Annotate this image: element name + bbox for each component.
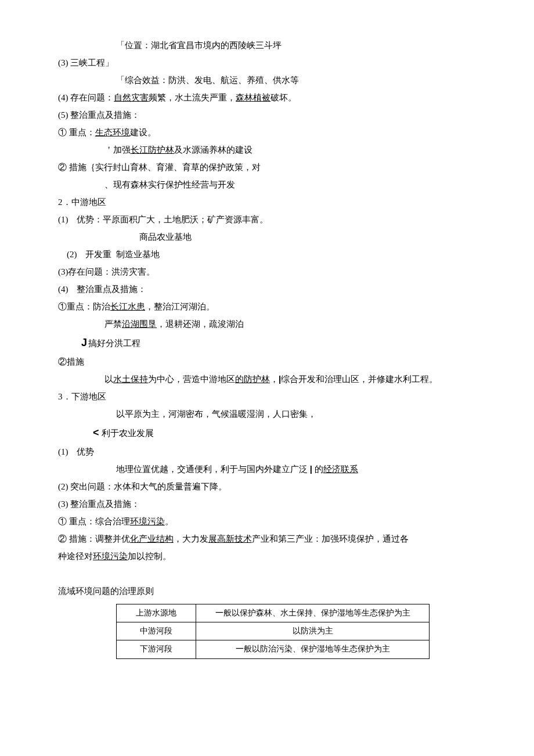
- midstream-2: (2) 开发重 制造业基地: [58, 247, 476, 261]
- issue-4-mid: 频繁，水土流失严重，: [149, 93, 236, 102]
- table-cell-r1c1: 上游水源地: [117, 604, 196, 622]
- downstream-adv-3a: 地理位置优越，交通便利，利于与国内外建立广泛: [116, 465, 310, 474]
- table-row: 下游河段 一般以防治污染、保护湿地等生态保护为主: [117, 640, 430, 658]
- item-5-2-line-c: 、现有森林实行保护性经营与开发: [58, 178, 476, 192]
- issue-4-suffix: 破坏。: [270, 93, 297, 102]
- downstream-3-2-line1: ② 措施：调整并优化产业结构，大力发展高新技术产业和第三产业：加强环境保护，通过…: [58, 532, 476, 546]
- downstream-3-2u2: 展高新技术: [208, 534, 252, 543]
- downstream-3-2e: 加以控制。: [128, 552, 171, 561]
- downstream-adv-3: 地理位置优越，交通便利，利于与国内外建立广泛 | 的经济联系: [58, 462, 476, 476]
- downstream-adv-3b: 的: [312, 465, 323, 474]
- midstream-4-1a: ①重点：防治: [58, 302, 110, 311]
- item-5-header: (5) 整治重点及措施：: [58, 108, 476, 122]
- principle-table: 上游水源地 一般以保护森林、水土保持、保护湿地等生态保护为主 中游河段 以防洪为…: [116, 604, 430, 659]
- downstream-3: (3) 整治重点及措施：: [58, 497, 476, 511]
- item-5-2a-post: 及水源涵养林的建设: [174, 145, 252, 154]
- midstream-header: 2．中游地区: [58, 195, 476, 209]
- table-row: 中游河段 以防洪为主: [117, 622, 430, 640]
- midstream-4-1u: 长江水患: [110, 302, 145, 311]
- midstream-1: (1) 优势：平原面积广大，土地肥沃；矿产资源丰富。: [58, 213, 476, 226]
- table-cell-r2c1: 中游河段: [117, 622, 196, 640]
- midstream-2b: 制造业基地: [116, 250, 160, 259]
- table-cell-r1c2: 一般以保护森林、水土保持、保护湿地等生态保护为主: [196, 604, 430, 622]
- midstream-4-m1b: ，退耕还湖，疏浚湖泊: [157, 319, 244, 329]
- midstream-4-m3u1: 水土保持: [113, 375, 148, 384]
- sanxia-location: 「位置：湖北省宜昌市境内的西陵峡三斗坪: [58, 38, 476, 52]
- item-5-2-line-b: ② 措施｛实行封山育林、育灌、育草的保护政策，对: [58, 160, 476, 174]
- midstream-4-measure-2: J搞好分洪工程: [58, 334, 476, 351]
- item-5-1: ① 重点：生态环境建设。: [58, 125, 476, 139]
- sanxia-project-label: (3) 三峡工程」: [58, 56, 476, 70]
- table-row: 上游水源地 一般以保护森林、水土保持、保护湿地等生态保护为主: [117, 604, 430, 622]
- downstream-adv-1: 以平原为主，河湖密布，气候温暖湿润，人口密集，: [58, 407, 476, 421]
- midstream-4-m3c: ，: [270, 375, 279, 384]
- midstream-4-measure-1: 严禁沿湖围垦，退耕还湖，疏浚湖泊: [58, 317, 476, 331]
- midstream-4-m2-text: 搞好分洪工程: [88, 339, 140, 348]
- issue-4: (4) 存在问题：自然灾害频繁，水土流失严重，森林植被破坏。: [58, 91, 476, 105]
- table-cell-r2c2: 以防洪为主: [196, 622, 430, 640]
- downstream-3-1u: 环境污染: [130, 517, 165, 526]
- midstream-4-m1u: 沿湖围垦: [122, 319, 157, 329]
- downstream-3-2b: ，大力发: [174, 534, 208, 543]
- downstream-3-1b: 。: [165, 517, 174, 526]
- item-5-2a-underline: 长江防护林: [131, 145, 174, 154]
- midstream-4-m3a: 以: [104, 375, 113, 384]
- j-symbol: J: [81, 337, 87, 348]
- downstream-header: 3．下游地区: [58, 390, 476, 404]
- sanxia-benefits: 「综合效益：防洪、发电、航运、养殖、供水等: [58, 73, 476, 87]
- downstream-3-2d: 种途径对: [58, 552, 93, 561]
- downstream-3-2u3: 环境污染: [93, 552, 128, 561]
- downstream-adv-2-text: 利于农业发展: [102, 429, 154, 438]
- item-5-2-line-a: ＇加强长江防护林及水源涵养林的建设: [58, 143, 476, 157]
- item-5-1-underline: 生态环境: [95, 128, 130, 137]
- item-5-1-suffix: 建设。: [130, 128, 156, 137]
- midstream-4-measure-label: ②措施: [58, 355, 476, 369]
- midstream-4-m1a: 严禁: [104, 319, 122, 329]
- downstream-adv-3u: 经济联系: [323, 465, 358, 474]
- downstream-2: (2) 突出问题：水体和大气的质量普遍下降。: [58, 480, 476, 494]
- downstream-3-2u1: 化产业结构: [130, 534, 174, 543]
- midstream-4-1b: ，整治江河湖泊。: [145, 302, 215, 311]
- midstream-4: (4) 整治重点及措施：: [58, 282, 476, 296]
- downstream-3-1: ① 重点：综合治理环境污染。: [58, 514, 476, 528]
- downstream-3-2a: ② 措施：调整并优: [58, 534, 130, 543]
- issue-4-underline-2: 森林植被: [236, 93, 270, 102]
- item-5-2a-pre: ＇加强: [104, 145, 131, 154]
- table-cell-r3c1: 下游河段: [117, 640, 196, 658]
- midstream-4-measure-3: 以水土保持为中心，营造中游地区的防护林，|综合开发和治理山区，并修建水利工程。: [58, 372, 476, 386]
- midstream-4-m3b: 为中心，营造中游地区: [148, 375, 235, 384]
- downstream-adv-2: <利于农业发展: [58, 424, 476, 441]
- midstream-1b: 商品农业基地: [58, 230, 476, 244]
- midstream-3: (3)存在问题：洪涝灾害。: [58, 265, 476, 279]
- downstream-3-1a: ① 重点：综合治理: [58, 517, 130, 526]
- lt-symbol: <: [93, 424, 99, 441]
- principle-header: 流域环境问题的治理原则: [58, 584, 476, 598]
- midstream-4-m3u2: 的防护林: [235, 375, 270, 384]
- issue-4-underline-1: 自然灾害: [114, 93, 149, 102]
- item-5-1-prefix: ① 重点：: [58, 128, 95, 137]
- issue-4-prefix: (4) 存在问题：: [58, 93, 114, 102]
- downstream-3-2-line2: 种途径对环境污染加以控制。: [58, 549, 476, 563]
- midstream-2a: (2) 开发重: [58, 250, 112, 259]
- midstream-4-1: ①重点：防治长江水患，整治江河湖泊。: [58, 300, 476, 314]
- downstream-1: (1) 优势: [58, 445, 476, 459]
- table-cell-r3c2: 一般以防治污染、保护湿地等生态保护为主: [196, 640, 430, 658]
- midstream-4-m3d: 综合开发和治理山区，并修建水利工程。: [281, 375, 438, 384]
- downstream-3-2c: 产业和第三产业：加强环境保护，通过各: [252, 534, 409, 543]
